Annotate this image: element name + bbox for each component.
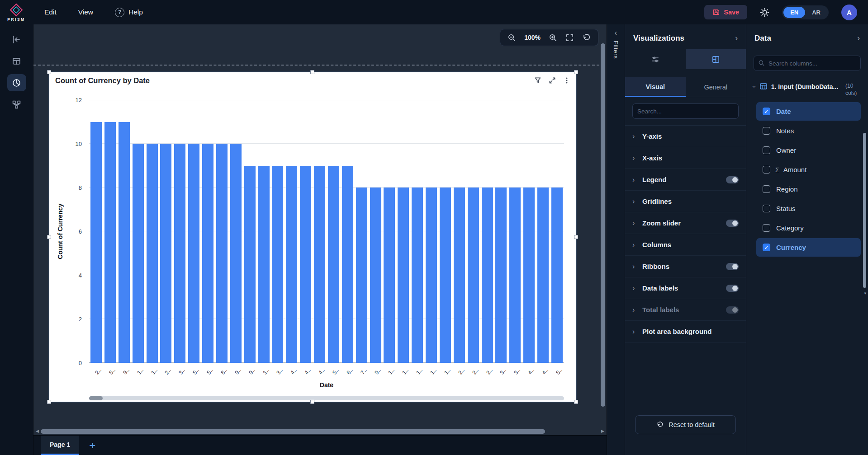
filters-panel-collapsed[interactable]: ‹ Filters	[607, 24, 625, 455]
bar[interactable]	[300, 166, 311, 363]
visual-filter-button[interactable]	[534, 77, 541, 84]
bar[interactable]	[342, 166, 353, 363]
save-button[interactable]: Save	[704, 5, 747, 19]
toggle-data-labels[interactable]	[726, 285, 739, 292]
viz-section-total-labels[interactable]: ›Total labels	[625, 299, 746, 321]
resize-handle[interactable]	[574, 400, 578, 404]
checkbox-currency[interactable]: ✓	[763, 244, 770, 251]
scroll-left-arrow[interactable]: ◀	[36, 429, 39, 433]
source-expand-icon[interactable]: ›	[751, 86, 758, 88]
tab-build-visual[interactable]	[625, 49, 686, 69]
tab-general[interactable]: General	[686, 77, 746, 97]
toggle-legend[interactable]	[726, 176, 739, 183]
viz-section-columns[interactable]: ›Columns	[625, 234, 746, 256]
bar[interactable]	[398, 188, 409, 363]
bar[interactable]	[384, 188, 395, 363]
reset-to-default-button[interactable]: Reset to default	[635, 415, 736, 434]
checkbox-region[interactable]	[763, 185, 770, 193]
bar[interactable]	[468, 188, 479, 363]
menu-edit[interactable]: Edit	[44, 8, 57, 16]
field-row-date[interactable]: ✓Date	[756, 102, 861, 121]
resize-handle[interactable]	[310, 400, 314, 404]
menu-help[interactable]: ? Help	[115, 8, 143, 17]
bar[interactable]	[426, 188, 437, 363]
bar[interactable]	[509, 188, 521, 363]
canvas-horizontal-scrollbar-thumb[interactable]	[41, 429, 545, 434]
checkbox-date[interactable]: ✓	[763, 108, 770, 115]
canvas-vertical-scrollbar[interactable]	[601, 43, 605, 407]
data-collapse-icon[interactable]: ›	[857, 33, 860, 43]
resize-handle[interactable]	[574, 235, 578, 239]
table-view-button[interactable]	[7, 52, 26, 70]
field-row-region[interactable]: Region	[756, 180, 861, 198]
collapse-sidebar-button[interactable]	[7, 31, 26, 48]
viz-section-ribbons[interactable]: ›Ribbons	[625, 256, 746, 277]
zoom-in-button[interactable]	[549, 33, 557, 42]
bar[interactable]	[454, 188, 465, 363]
bar[interactable]	[244, 166, 256, 363]
bar[interactable]	[495, 188, 507, 363]
toggle-ribbons[interactable]	[726, 263, 739, 270]
bar[interactable]	[328, 166, 339, 363]
bar[interactable]	[119, 122, 130, 363]
bar[interactable]	[258, 166, 270, 363]
field-row-owner[interactable]: Owner	[756, 141, 861, 159]
bar[interactable]	[160, 144, 171, 363]
fit-screen-button[interactable]	[565, 33, 574, 42]
resize-handle[interactable]	[47, 235, 51, 239]
visual-scrollbar-thumb[interactable]	[89, 396, 103, 400]
checkbox-notes[interactable]	[763, 127, 770, 135]
bar[interactable]	[133, 144, 144, 363]
zoom-out-button[interactable]	[508, 33, 516, 42]
bar[interactable]	[202, 144, 213, 363]
resize-handle[interactable]	[47, 400, 51, 404]
bar[interactable]	[90, 122, 102, 363]
bar[interactable]	[370, 188, 381, 363]
data-scroll-down-arrow[interactable]: ▾	[864, 291, 866, 296]
avatar[interactable]: A	[841, 5, 857, 20]
checkbox-amount[interactable]	[763, 166, 770, 174]
bar[interactable]	[272, 166, 283, 363]
toggle-total-labels[interactable]	[726, 306, 739, 314]
tab-visual[interactable]: Visual	[625, 77, 686, 97]
checkbox-owner[interactable]	[763, 146, 770, 154]
bar[interactable]	[230, 144, 242, 363]
bar[interactable]	[356, 188, 367, 363]
lang-ar-button[interactable]: AR	[805, 7, 827, 18]
bar[interactable]	[482, 188, 493, 363]
lang-en-button[interactable]: EN	[783, 7, 805, 18]
page-tab-1[interactable]: Page 1	[41, 436, 79, 455]
viz-section-y-axis[interactable]: ›Y-axis	[625, 126, 746, 147]
checkbox-status[interactable]	[763, 205, 770, 212]
bar[interactable]	[537, 188, 549, 363]
viz-section-data-labels[interactable]: ›Data labels	[625, 277, 746, 299]
theme-toggle-button[interactable]	[760, 8, 769, 17]
bar[interactable]	[216, 144, 228, 363]
visual-more-button[interactable]	[563, 77, 570, 84]
flow-view-button[interactable]	[7, 96, 26, 113]
visual-scrollbar[interactable]	[89, 396, 564, 400]
chart-visual[interactable]: Count of Currency by Date	[49, 72, 576, 402]
viz-search-input[interactable]	[632, 103, 739, 119]
visual-expand-button[interactable]	[549, 77, 556, 84]
bar[interactable]	[104, 122, 116, 363]
data-scrollbar-thumb[interactable]	[863, 133, 866, 288]
canvas-horizontal-scrollbar[interactable]: ◀ ▶	[33, 428, 607, 435]
viz-section-x-axis[interactable]: ›X-axis	[625, 147, 746, 169]
bar[interactable]	[440, 188, 451, 363]
checkbox-category[interactable]	[763, 224, 770, 232]
viz-section-gridlines[interactable]: ›Gridlines	[625, 191, 746, 212]
resize-handle[interactable]	[574, 70, 578, 74]
menu-view[interactable]: View	[78, 8, 93, 16]
viz-section-plot-area-background[interactable]: ›Plot area background	[625, 321, 746, 342]
bar[interactable]	[523, 188, 535, 363]
resize-handle[interactable]	[47, 70, 51, 74]
field-row-category[interactable]: Category	[756, 219, 861, 237]
data-search-input[interactable]	[754, 56, 861, 71]
field-row-currency[interactable]: ✓Currency	[756, 238, 861, 257]
app-logo[interactable]: PRISM	[5, 3, 28, 22]
field-row-notes[interactable]: Notes	[756, 122, 861, 140]
bar[interactable]	[174, 144, 185, 363]
toggle-zoom-slider[interactable]	[726, 220, 739, 227]
report-canvas[interactable]: 100%	[33, 24, 607, 428]
